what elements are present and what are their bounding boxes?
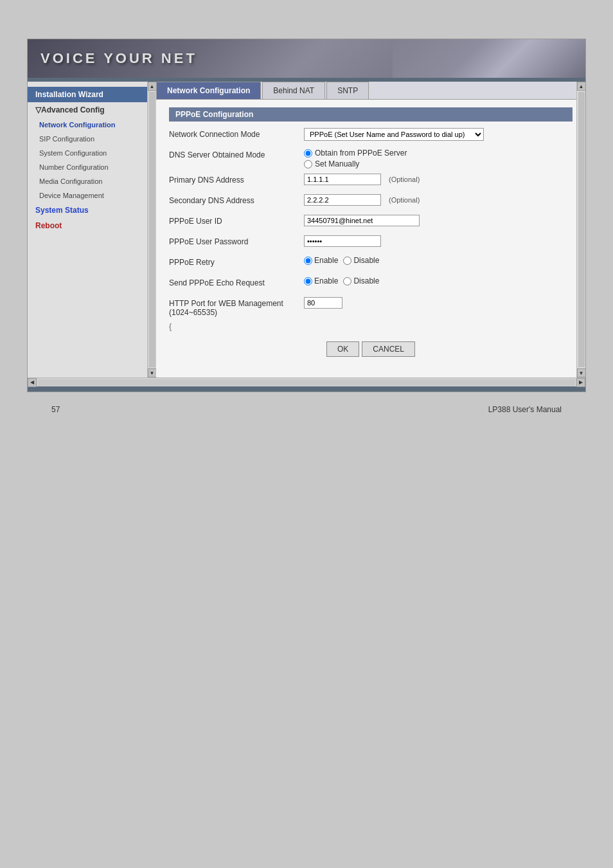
- main-scrollbar: ▲ ▼: [576, 82, 585, 377]
- form-row-send-pppoe-echo: Send PPPoE Echo Request Enable: [169, 276, 573, 292]
- input-primary-dns[interactable]: [304, 174, 381, 185]
- page-footer: 57 LP388 User's Manual: [26, 392, 587, 427]
- optional-secondary-dns: (Optional): [389, 196, 420, 204]
- radio-label-retry-enable[interactable]: Enable: [304, 256, 338, 265]
- control-pppoe-password: [304, 235, 573, 247]
- radio-label-retry-disable[interactable]: Disable: [343, 256, 379, 265]
- main-content: Network Configuration Behind NAT SNTP PP…: [156, 82, 585, 377]
- tab-sntp[interactable]: SNTP: [326, 82, 369, 99]
- radio-retry-disable[interactable]: [343, 257, 351, 265]
- label-pppoe-retry: PPPoE Retry: [169, 256, 304, 267]
- label-dns-server-obtained-mode: DNS Server Obtained Mode: [169, 149, 304, 159]
- cancel-button[interactable]: CANCEL: [362, 341, 415, 357]
- horizontal-scrollbar: ◀ ▶: [28, 377, 585, 386]
- manual-title: LP388 User's Manual: [488, 405, 562, 414]
- sidebar-item-sip-configuration[interactable]: SIP Configuration: [28, 132, 149, 146]
- radio-retry-enable[interactable]: [304, 257, 312, 265]
- label-http-port: HTTP Port for WEB Management(1024~65535): [169, 297, 304, 317]
- sidebar-item-number-configuration[interactable]: Number Configuration: [28, 160, 149, 174]
- page-number: 57: [51, 405, 60, 414]
- sidebar-item-network-configuration[interactable]: Network Configuration: [28, 118, 149, 132]
- main-scroll-wrapper: Network Configuration Behind NAT SNTP PP…: [156, 82, 585, 377]
- label-secondary-dns: Secondary DNS Address: [169, 194, 304, 205]
- header-banner: VOICE YOUR NET: [28, 39, 585, 78]
- control-network-connection-mode: PPPoE (Set User Name and Password to dia…: [304, 128, 573, 141]
- sidebar-scroll-down-arrow[interactable]: ▼: [148, 368, 157, 377]
- control-dns-server-obtained-mode: Obtain from PPPoE Server Set Manually: [304, 149, 573, 168]
- sidebar-item-installation-wizard[interactable]: Installation Wizard: [28, 87, 149, 102]
- label-pppoe-password: PPPoE User Password: [169, 235, 304, 246]
- radio-label-echo-disable[interactable]: Disable: [343, 276, 379, 285]
- radio-inline-pppoe-retry: Enable Disable: [304, 256, 379, 265]
- main-scroll-up-arrow[interactable]: ▲: [577, 82, 586, 91]
- radio-echo-enable[interactable]: [304, 277, 312, 285]
- radio-obtain-from-pppoe[interactable]: Obtain from PPPoE Server: [304, 149, 407, 158]
- control-pppoe-user-id: [304, 215, 573, 226]
- sidebar-item-reboot[interactable]: Reboot: [28, 218, 149, 233]
- radio-group-dns: Obtain from PPPoE Server Set Manually: [304, 149, 407, 168]
- form-divider: {: [169, 322, 573, 331]
- sidebar-item-system-configuration[interactable]: System Configuration: [28, 146, 149, 160]
- radio-label-echo-enable[interactable]: Enable: [304, 276, 338, 285]
- label-pppoe-user-id: PPPoE User ID: [169, 215, 304, 226]
- app-title: VOICE YOUR NET: [40, 50, 197, 67]
- sidebar-scroll-up-arrow[interactable]: ▲: [148, 82, 157, 91]
- tabs-bar: Network Configuration Behind NAT SNTP: [156, 82, 585, 100]
- sidebar-wrapper: Installation Wizard ▽Advanced Config Net…: [28, 82, 156, 377]
- tab-network-configuration[interactable]: Network Configuration: [156, 82, 261, 99]
- form-area: PPPoE Configuration Network Connection M…: [156, 100, 585, 377]
- buttons-row: OK CANCEL: [169, 341, 573, 370]
- page-wrapper: VOICE YOUR NET Installation Wizard ▽Adva…: [0, 0, 613, 868]
- input-http-port[interactable]: [304, 297, 342, 309]
- main-scroll-down-arrow[interactable]: ▼: [577, 368, 586, 377]
- optional-primary-dns: (Optional): [389, 176, 420, 183]
- sidebar: Installation Wizard ▽Advanced Config Net…: [28, 82, 150, 377]
- radio-input-obtain[interactable]: [304, 149, 312, 158]
- input-pppoe-user-id[interactable]: [304, 215, 420, 226]
- form-row-secondary-dns: Secondary DNS Address (Optional): [169, 194, 573, 210]
- input-pppoe-password[interactable]: [304, 235, 381, 247]
- input-secondary-dns[interactable]: [304, 194, 381, 206]
- radio-set-manually[interactable]: Set Manually: [304, 159, 407, 168]
- form-row-http-port: HTTP Port for WEB Management(1024~65535): [169, 297, 573, 317]
- h-scroll-left-arrow[interactable]: ◀: [28, 378, 37, 387]
- form-row-dns-server-obtained-mode: DNS Server Obtained Mode Obtain from PPP…: [169, 149, 573, 168]
- label-send-pppoe-echo: Send PPPoE Echo Request: [169, 276, 304, 287]
- label-primary-dns: Primary DNS Address: [169, 174, 304, 185]
- bottom-bar: [28, 386, 585, 392]
- sidebar-scrollbar: ▲ ▼: [147, 82, 156, 377]
- h-scroll-right-arrow[interactable]: ▶: [576, 378, 585, 387]
- form-row-pppoe-user-id: PPPoE User ID: [169, 215, 573, 230]
- control-pppoe-retry: Enable Disable: [304, 256, 573, 265]
- form-row-primary-dns: Primary DNS Address (Optional): [169, 174, 573, 189]
- control-http-port: [304, 297, 573, 309]
- label-network-connection-mode: Network Connection Mode: [169, 128, 304, 139]
- radio-inline-echo: Enable Disable: [304, 276, 379, 285]
- sidebar-item-advanced-config[interactable]: ▽Advanced Config: [28, 102, 149, 118]
- sidebar-item-media-configuration[interactable]: Media Configuration: [28, 174, 149, 188]
- control-secondary-dns: (Optional): [304, 194, 573, 206]
- control-primary-dns: (Optional): [304, 174, 573, 185]
- radio-echo-disable[interactable]: [343, 277, 351, 285]
- sidebar-item-system-status[interactable]: System Status: [28, 203, 149, 218]
- select-network-connection-mode[interactable]: PPPoE (Set User Name and Password to dia…: [304, 128, 484, 141]
- ok-button[interactable]: OK: [326, 341, 359, 357]
- sidebar-item-device-management[interactable]: Device Management: [28, 188, 149, 203]
- form-row-pppoe-retry: PPPoE Retry Enable Disable: [169, 256, 573, 271]
- main-container: VOICE YOUR NET Installation Wizard ▽Adva…: [27, 39, 586, 392]
- form-row-pppoe-password: PPPoE User Password: [169, 235, 573, 251]
- control-send-pppoe-echo: Enable Disable: [304, 276, 573, 285]
- form-row-network-connection-mode: Network Connection Mode PPPoE (Set User …: [169, 128, 573, 143]
- section-title: PPPoE Configuration: [169, 107, 573, 122]
- content-wrapper: Installation Wizard ▽Advanced Config Net…: [28, 82, 585, 377]
- tab-behind-nat[interactable]: Behind NAT: [262, 82, 325, 99]
- radio-input-manual[interactable]: [304, 160, 312, 168]
